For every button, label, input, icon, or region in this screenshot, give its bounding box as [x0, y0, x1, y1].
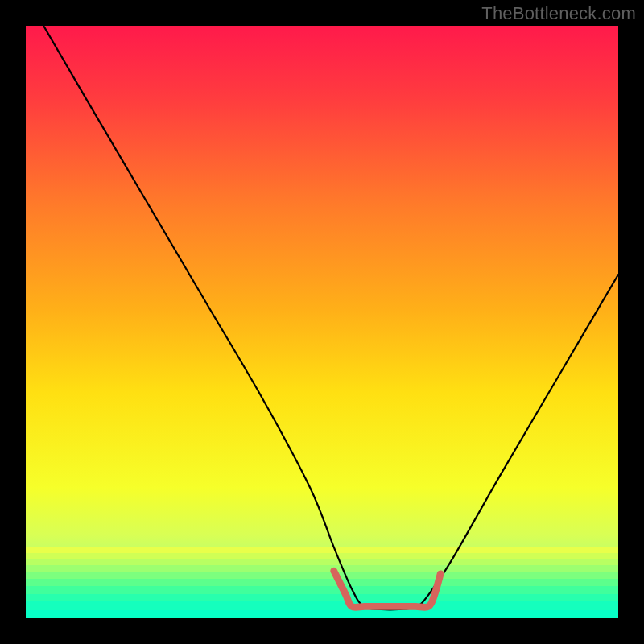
- bottleneck-curve: [26, 26, 618, 618]
- watermark-text: TheBottleneck.com: [481, 3, 636, 24]
- plot-area: [26, 26, 618, 618]
- chart-frame: TheBottleneck.com: [0, 0, 644, 644]
